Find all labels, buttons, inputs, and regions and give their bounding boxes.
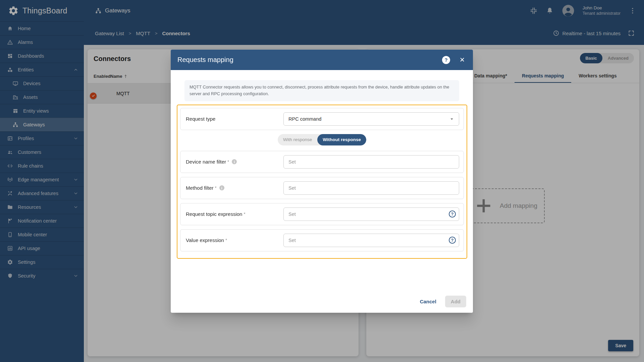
response-toggle: With responseWithout response — [278, 134, 366, 145]
field-row-device-name-filter: Device name filter*i — [180, 151, 464, 173]
dialog-body: MQTT Connector requests allows you to co… — [171, 70, 473, 313]
cancel-button[interactable]: Cancel — [415, 296, 441, 307]
help-icon[interactable]: ? — [442, 56, 450, 64]
value-expression-input[interactable] — [283, 234, 459, 247]
chevron-down-icon — [449, 116, 455, 122]
dialog-footer: Cancel Add — [171, 296, 473, 313]
response-toggle-row: With responseWithout response — [180, 134, 464, 145]
requests-mapping-dialog: Requests mapping ? ✕ MQTT Connector requ… — [171, 50, 473, 313]
dialog-header: Requests mapping ? ✕ — [171, 50, 473, 70]
close-icon[interactable]: ✕ — [460, 57, 465, 63]
request-type-select[interactable]: RPC command — [283, 112, 459, 126]
device-name-filter-input[interactable] — [283, 155, 459, 169]
dialog-description: MQTT Connector requests allows you to co… — [184, 80, 459, 101]
required-fields-section: Request type RPC command With responseWi… — [177, 105, 467, 259]
request-type-value: RPC command — [288, 116, 321, 122]
field-label: Value expression — [186, 237, 224, 243]
request-type-row: Request type RPC command — [180, 108, 464, 130]
field-row-method-filter: Method filter*i — [180, 177, 464, 199]
add-button[interactable]: Add — [445, 296, 466, 307]
request-topic-expression-input[interactable] — [283, 207, 459, 221]
field-row-request-topic-expression: Request topic expression*? — [180, 203, 464, 225]
response-option-with-response[interactable]: With response — [278, 134, 317, 145]
field-label: Request topic expression — [186, 211, 242, 217]
dialog-header-icons: ? ✕ — [442, 56, 465, 64]
help-icon[interactable]: ? — [449, 210, 456, 218]
required-asterisk: * — [244, 212, 245, 217]
info-icon: i — [219, 185, 224, 190]
dialog-title: Requests mapping — [177, 56, 233, 64]
field-label: Device name filter — [186, 159, 226, 165]
required-asterisk: * — [225, 238, 227, 243]
request-type-label: Request type — [186, 116, 215, 122]
response-option-without-response[interactable]: Without response — [317, 134, 366, 145]
method-filter-input[interactable] — [283, 181, 459, 195]
required-asterisk: * — [215, 185, 217, 190]
required-asterisk: * — [227, 159, 229, 164]
field-row-value-expression: Value expression*? — [180, 229, 464, 251]
modal-fields: Device name filter*iMethod filter*iReque… — [180, 151, 464, 251]
field-label: Method filter — [186, 185, 214, 191]
help-icon[interactable]: ? — [449, 237, 456, 244]
info-icon: i — [232, 159, 237, 164]
